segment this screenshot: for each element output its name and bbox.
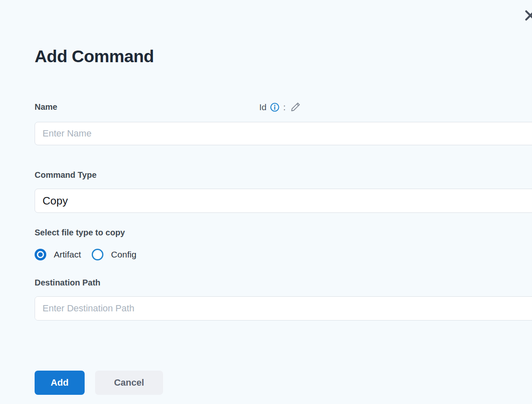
info-icon[interactable] (270, 102, 280, 112)
name-field-wrap (35, 122, 532, 145)
radio-selected-icon[interactable] (35, 249, 46, 260)
name-label-row: Name Id : (35, 101, 301, 113)
file-type-label-row: Select file type to copy (35, 228, 301, 237)
destination-input[interactable] (35, 297, 532, 320)
cancel-button[interactable]: Cancel (95, 371, 163, 395)
destination-field-group (35, 296, 532, 321)
radio-option-config[interactable]: Config (92, 249, 136, 260)
command-type-value: Copy (43, 194, 68, 207)
radio-label-config: Config (111, 250, 136, 260)
destination-label-row: Destination Path (35, 278, 301, 288)
command-type-label: Command Type (35, 170, 97, 179)
command-type-select[interactable]: Copy (35, 189, 532, 213)
name-label: Name (35, 102, 57, 112)
radio-option-artifact[interactable]: Artifact (35, 249, 81, 260)
file-type-radio-group: Artifact Config (35, 249, 301, 260)
command-type-label-row: Command Type (35, 170, 301, 180)
action-buttons: Add Cancel (35, 371, 163, 395)
close-icon (523, 8, 532, 23)
radio-label-artifact: Artifact (54, 250, 81, 260)
id-label: Id (259, 102, 267, 112)
id-cluster: Id : (259, 101, 301, 113)
close-button[interactable] (523, 8, 532, 23)
page-title: Add Command (35, 47, 154, 66)
add-command-panel: Add Command Name Id : (0, 0, 532, 404)
destination-label: Destination Path (35, 278, 100, 287)
edit-id-button[interactable] (290, 101, 301, 113)
name-input[interactable] (35, 122, 532, 145)
file-type-label: Select file type to copy (35, 228, 125, 237)
id-colon: : (283, 102, 286, 112)
radio-unselected-icon[interactable] (92, 249, 103, 260)
pencil-icon (290, 101, 301, 113)
add-button[interactable]: Add (35, 371, 85, 395)
